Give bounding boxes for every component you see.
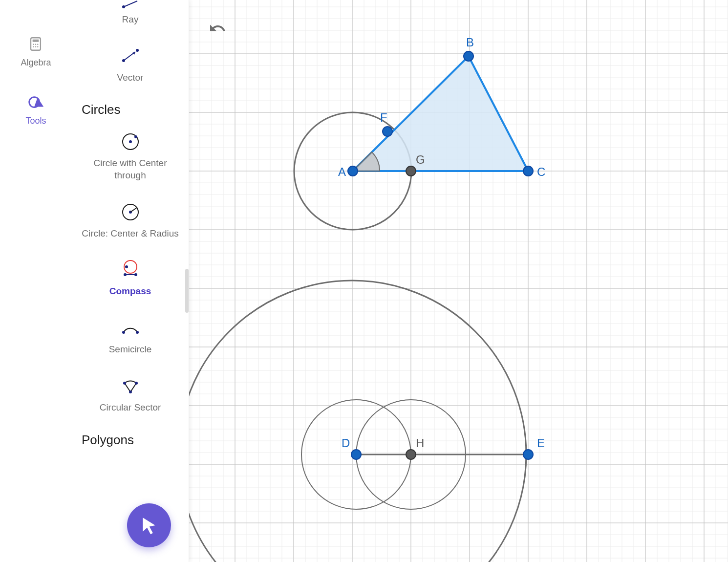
svg-point-7 [37,46,39,47]
tools-icon [26,92,46,112]
svg-line-10 [124,1,137,7]
point-H[interactable] [406,450,416,459]
tool-circular-sector[interactable]: Circular Sector [82,366,179,424]
svg-point-13 [136,49,139,52]
tool-compass[interactable]: Compass [82,249,179,307]
tool-label: Circle with Center through [82,157,179,181]
left-rail: Algebra Tools [0,0,72,562]
tool-vector[interactable]: Vector [82,36,179,94]
svg-point-21 [125,265,128,268]
tool-semicircle[interactable]: Semicircle [82,307,179,366]
svg-point-25 [122,331,125,334]
tool-label: Semicircle [109,344,152,356]
rail-label: Algebra [21,58,51,68]
svg-point-24 [134,273,137,276]
point-label-H: H [416,436,424,450]
point-label-D: D [342,436,350,450]
point-G[interactable] [406,166,416,176]
app-root: Algebra Tools Ray [0,0,728,562]
compass-icon [120,259,141,281]
ray-icon [120,0,141,9]
svg-point-3 [35,43,37,45]
point-C[interactable] [523,166,533,176]
triangle-abc[interactable] [353,56,528,171]
tool-label: Circle: Center & Radius [82,228,179,240]
svg-line-19 [130,208,137,212]
section-header-polygons: Polygons [82,424,134,452]
geometry-canvas[interactable]: ABCFGDEH [189,0,728,562]
point-label-F: F [380,111,387,124]
svg-point-6 [35,46,37,47]
svg-point-23 [124,273,127,276]
rail-label: Tools [25,116,46,126]
scrollbar[interactable] [185,269,189,313]
circle-center-through-icon [120,131,141,152]
point-F[interactable] [383,127,392,136]
undo-button[interactable] [209,20,228,39]
tool-label: Compass [109,285,151,298]
point-label-E: E [537,436,545,450]
svg-point-15 [129,140,132,143]
semicircle-icon [120,317,141,339]
point-D[interactable] [351,450,361,459]
pointer-fab[interactable] [127,503,171,547]
svg-point-2 [33,43,35,45]
svg-point-16 [134,135,137,138]
rail-item-tools[interactable]: Tools [25,92,46,126]
point-label-C: C [537,165,545,178]
section-header-circles: Circles [82,93,120,121]
point-label-B: B [466,36,474,49]
point-B[interactable] [464,51,473,61]
svg-point-26 [136,331,139,334]
svg-point-5 [33,46,35,47]
svg-rect-1 [33,40,39,42]
tool-circle-center-radius[interactable]: Circle: Center & Radius [82,192,179,250]
svg-point-29 [135,382,138,385]
svg-point-27 [129,390,132,393]
pointer-icon [140,516,158,535]
point-A[interactable] [348,166,358,176]
tool-ray[interactable]: Ray [82,0,179,36]
circular-sector-icon [120,375,141,397]
svg-point-4 [37,43,39,45]
rail-item-algebra[interactable]: Algebra [21,34,51,68]
circle-center-radius-icon [120,201,141,223]
point-E[interactable] [523,450,533,459]
point-label-A: A [338,165,346,178]
vector-icon [120,45,141,67]
tool-label: Circular Sector [100,402,161,414]
tools-panel: Ray Vector Circles Circle with Center th… [72,0,189,562]
construction-circle[interactable] [189,281,526,562]
calculator-icon [26,34,45,54]
tool-label: Ray [122,14,139,26]
tool-label: Vector [117,72,144,84]
svg-point-28 [123,382,126,385]
canvas-area[interactable]: ABCFGDEH [189,0,728,562]
point-label-G: G [416,153,425,166]
tool-circle-center-through[interactable]: Circle with Center through [82,121,179,191]
